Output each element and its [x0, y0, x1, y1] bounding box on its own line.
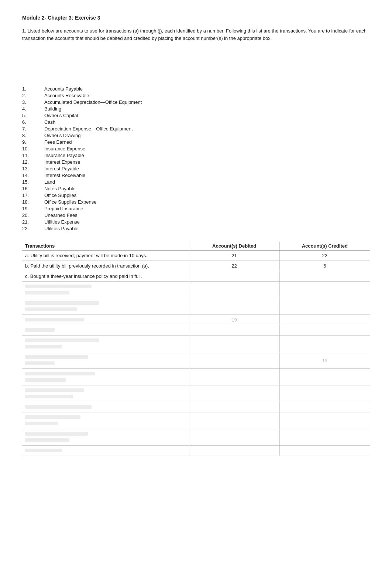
account-item: 20.Unearned Fees — [22, 212, 370, 218]
transaction-blurred-credit — [279, 446, 370, 456]
account-name: Building — [44, 106, 370, 112]
transaction-credited — [279, 271, 370, 282]
account-item: 12.Interest Expense — [22, 159, 370, 165]
account-number: 10. — [22, 146, 44, 152]
account-item: 13.Interest Payable — [22, 166, 370, 171]
transaction-row-blurred — [22, 446, 370, 456]
transaction-blurred-credit: 13 — [279, 352, 370, 369]
transaction-blurred-debit — [189, 352, 279, 369]
account-item: 18.Office Supplies Expense — [22, 199, 370, 205]
account-name: Interest Receivable — [44, 173, 370, 178]
account-name: Office Supplies Expense — [44, 199, 370, 205]
account-number: 8. — [22, 133, 44, 138]
transaction-row-blurred — [22, 369, 370, 385]
account-item: 11.Insurance Payable — [22, 153, 370, 158]
account-item: 5.Owner's Capital — [22, 113, 370, 118]
transaction-blurred-desc — [22, 315, 189, 325]
account-number: 20. — [22, 212, 44, 218]
page-title: Module 2- Chapter 3: Exercise 3 — [22, 15, 370, 21]
account-item: 7.Depreciation Expense—Office Equipment — [22, 126, 370, 132]
account-item: 6.Cash — [22, 119, 370, 125]
transaction-description: a. Utility bill is received; payment wil… — [22, 251, 189, 261]
account-item: 3.Accumulated Depreciation—Office Equipm… — [22, 99, 370, 105]
transaction-row-blurred — [22, 325, 370, 336]
header-transaction: Transactions — [22, 242, 189, 251]
account-item: 15.Land — [22, 179, 370, 185]
account-number: 12. — [22, 159, 44, 165]
account-name: Prepaid Insurance — [44, 206, 370, 211]
account-name: Accounts Payable — [44, 86, 370, 92]
transaction-blurred-desc — [22, 402, 189, 412]
transaction-blurred-desc — [22, 298, 189, 315]
account-number: 22. — [22, 226, 44, 231]
account-number: 11. — [22, 153, 44, 158]
transaction-blurred-desc — [22, 325, 189, 336]
account-name: Interest Expense — [44, 159, 370, 165]
account-number: 13. — [22, 166, 44, 171]
transaction-blurred-credit — [279, 336, 370, 352]
transaction-row-blurred: 13 — [22, 352, 370, 369]
transactions-section: Transactions Account(s) Debited Account(… — [22, 242, 370, 456]
account-number: 14. — [22, 173, 44, 178]
header-debited: Account(s) Debited — [189, 242, 279, 251]
transaction-blurred-credit — [279, 325, 370, 336]
transaction-description: c. Bought a three-year insurance policy … — [22, 271, 189, 282]
transaction-blurred-debit — [189, 402, 279, 412]
transaction-row-blurred: 19 — [22, 315, 370, 325]
accounts-list: 1.Accounts Payable2.Accounts Receivable3… — [22, 86, 370, 231]
account-number: 5. — [22, 113, 44, 118]
transaction-credited: 6 — [279, 261, 370, 271]
transaction-row: a. Utility bill is received; payment wil… — [22, 251, 370, 261]
account-name: Depreciation Expense—Office Equipment — [44, 126, 370, 132]
transaction-blurred-debit — [189, 446, 279, 456]
transaction-blurred-credit — [279, 429, 370, 446]
account-item: 1.Accounts Payable — [22, 86, 370, 92]
transaction-blurred-desc — [22, 369, 189, 385]
account-item: 10.Insurance Expense — [22, 146, 370, 152]
transaction-blurred-credit — [279, 315, 370, 325]
account-name: Fees Earned — [44, 139, 370, 145]
account-item: 8.Owner's Drawing — [22, 133, 370, 138]
transaction-blurred-credit — [279, 385, 370, 402]
transaction-row: b. Paid the utility bill previously reco… — [22, 261, 370, 271]
account-item: 4.Building — [22, 106, 370, 112]
account-name: Office Supplies — [44, 193, 370, 198]
transaction-debited: 22 — [189, 261, 279, 271]
account-name: Notes Payable — [44, 186, 370, 191]
account-name: Cash — [44, 119, 370, 125]
transaction-debited — [189, 271, 279, 282]
account-name: Insurance Payable — [44, 153, 370, 158]
account-number: 9. — [22, 139, 44, 145]
account-name: Land — [44, 179, 370, 185]
account-name: Insurance Expense — [44, 146, 370, 152]
transaction-blurred-desc — [22, 412, 189, 429]
account-number: 6. — [22, 119, 44, 125]
account-number: 1. — [22, 86, 44, 92]
transactions-table: Transactions Account(s) Debited Account(… — [22, 242, 370, 456]
account-item: 22.Utilities Payable — [22, 226, 370, 231]
transaction-blurred-desc — [22, 282, 189, 298]
account-name: Accumulated Depreciation—Office Equipmen… — [44, 99, 370, 105]
account-item: 19.Prepaid Insurance — [22, 206, 370, 211]
account-number: 19. — [22, 206, 44, 211]
intro-text: 1. Listed below are accounts to use for … — [22, 27, 370, 42]
transaction-blurred-debit — [189, 369, 279, 385]
transaction-blurred-debit — [189, 298, 279, 315]
transaction-description: b. Paid the utility bill previously reco… — [22, 261, 189, 271]
transaction-blurred-desc — [22, 352, 189, 369]
account-item: 14.Interest Receivable — [22, 173, 370, 178]
transaction-blurred-debit — [189, 325, 279, 336]
account-number: 15. — [22, 179, 44, 185]
account-name: Accounts Receivable — [44, 93, 370, 98]
transaction-blurred-debit — [189, 282, 279, 298]
transaction-blurred-desc — [22, 336, 189, 352]
account-number: 7. — [22, 126, 44, 132]
transaction-row-blurred — [22, 282, 370, 298]
transaction-blurred-credit — [279, 298, 370, 315]
transaction-blurred-credit — [279, 369, 370, 385]
account-item: 21.Utilities Expense — [22, 219, 370, 225]
account-name: Interest Payable — [44, 166, 370, 171]
transaction-row-blurred — [22, 402, 370, 412]
transaction-row-blurred — [22, 298, 370, 315]
transaction-blurred-credit — [279, 282, 370, 298]
